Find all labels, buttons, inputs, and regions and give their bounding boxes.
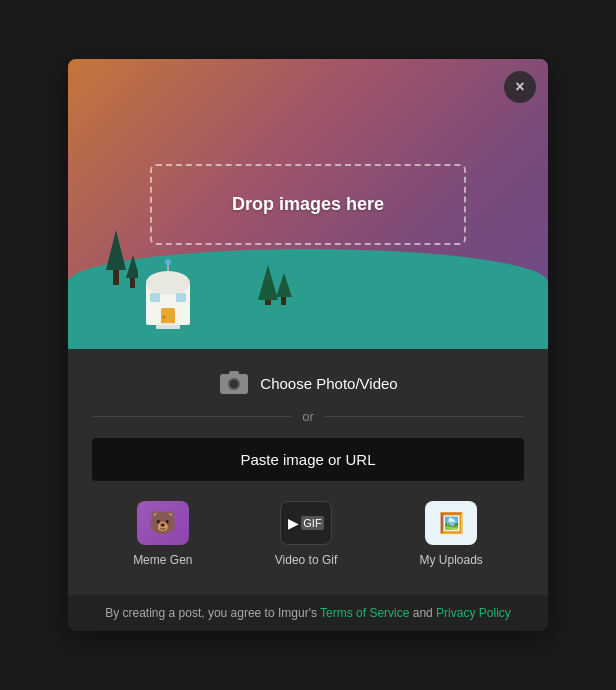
close-button[interactable]: × — [504, 71, 536, 103]
svg-rect-8 — [150, 293, 160, 302]
svg-rect-21 — [229, 371, 239, 376]
overlay: × — [0, 0, 616, 690]
my-uploads-icon: 🖼️ — [425, 501, 477, 545]
shortcuts-row: 🐻 Meme Gen ▶ GIF Video to Gif 🖼️ My Upl — [92, 501, 524, 567]
my-uploads-label: My Uploads — [420, 553, 483, 567]
paste-button[interactable]: Paste image or URL — [92, 438, 524, 481]
or-divider: or — [92, 409, 524, 424]
footer-text-between: and — [409, 606, 436, 620]
hero-area: Drop images here — [68, 59, 548, 349]
svg-rect-17 — [281, 297, 286, 305]
drop-zone-text: Drop images here — [232, 194, 384, 214]
photo-video-icon — [218, 369, 250, 397]
svg-rect-11 — [158, 323, 178, 326]
video-to-gif-icon: ▶ GIF — [280, 501, 332, 545]
or-text: or — [302, 409, 314, 424]
svg-point-20 — [230, 380, 238, 388]
choose-photo-row[interactable]: Choose Photo/Video — [92, 369, 524, 397]
meme-gen-icon: 🐻 — [137, 501, 189, 545]
privacy-link[interactable]: Privacy Policy — [436, 606, 511, 620]
video-to-gif-label: Video to Gif — [275, 553, 337, 567]
svg-point-7 — [163, 316, 166, 319]
trees-right-decoration — [248, 245, 298, 309]
close-icon: × — [515, 78, 524, 96]
svg-marker-16 — [276, 273, 292, 297]
paste-label: Paste image or URL — [240, 451, 375, 468]
svg-rect-9 — [176, 293, 186, 302]
svg-marker-14 — [258, 265, 278, 300]
my-uploads-shortcut[interactable]: 🖼️ My Uploads — [420, 501, 483, 567]
svg-point-5 — [146, 271, 190, 295]
drop-zone[interactable]: Drop images here — [150, 164, 466, 245]
bottom-panel: Choose Photo/Video or Paste image or URL… — [68, 349, 548, 595]
tos-link[interactable]: Terms of Service — [320, 606, 409, 620]
footer-bar: By creating a post, you agree to Imgur's… — [68, 595, 548, 631]
svg-point-13 — [165, 259, 171, 265]
svg-rect-15 — [265, 300, 271, 305]
building-illustration — [128, 253, 208, 337]
meme-gen-label: Meme Gen — [133, 553, 192, 567]
video-to-gif-shortcut[interactable]: ▶ GIF Video to Gif — [275, 501, 337, 567]
choose-photo-label: Choose Photo/Video — [260, 375, 397, 392]
footer-text-before: By creating a post, you agree to Imgur's — [105, 606, 320, 620]
meme-gen-shortcut[interactable]: 🐻 Meme Gen — [133, 501, 192, 567]
modal: × — [68, 59, 548, 631]
svg-rect-1 — [113, 270, 119, 285]
svg-marker-0 — [106, 230, 126, 270]
